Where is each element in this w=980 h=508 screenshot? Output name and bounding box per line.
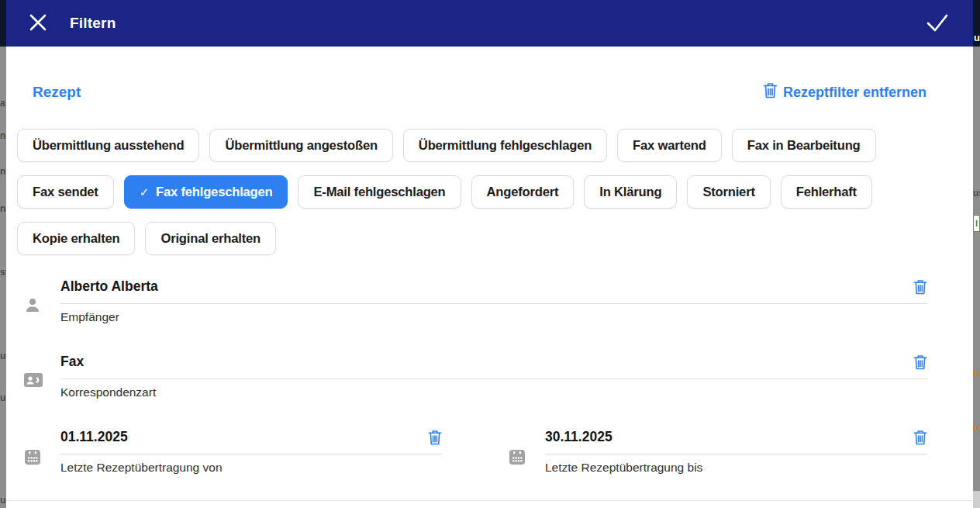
confirm-button[interactable] <box>920 11 953 36</box>
chip-label: Übermittlung ausstehend <box>33 138 184 154</box>
chip-label: Fax sendet <box>33 185 98 200</box>
clear-date-from-button[interactable] <box>428 430 442 445</box>
chip-row: Fax sendet✓Fax fehlgeschlagenE-Mail fehl… <box>17 175 962 209</box>
background-green-badge-fragment: l <box>973 215 980 232</box>
chip-label: Übermittlung fehlgeschlagen <box>419 138 592 154</box>
filter-chip-in-klärung[interactable]: In Klärung <box>584 175 677 209</box>
background-text-fragment: st <box>0 267 6 278</box>
background-right-strip: u usrcrcl <box>973 0 980 508</box>
filter-chip-e-mail-fehlgeschlagen[interactable]: E-Mail fehlgeschlagen <box>298 175 461 209</box>
calendar-icon <box>23 455 42 468</box>
filter-fields: Alberto Alberta Empfänger <box>17 278 927 475</box>
clear-korrespondenzart-button[interactable] <box>913 354 927 370</box>
filter-chip-angefordert[interactable]: Angefordert <box>471 175 575 209</box>
background-text-fragment: a <box>0 98 5 109</box>
person-icon <box>23 303 42 316</box>
trash-icon <box>913 436 927 448</box>
chip-label: Original erhalten <box>160 231 260 247</box>
background-left-header <box>0 0 6 47</box>
date-to-label: Letzte Rezeptübertragung bis <box>545 461 927 475</box>
chip-label: In Klärung <box>599 185 661 200</box>
korrespondenzart-field[interactable]: Fax Korrespondenzart <box>17 354 927 399</box>
empfaenger-field[interactable]: Alberto Alberta Empfänger <box>17 278 927 324</box>
background-text-fragment: u <box>0 392 5 403</box>
date-from-label: Letzte Rezeptübertragung von <box>60 461 442 475</box>
dialog-title: Filtern <box>70 15 116 32</box>
chip-label: E-Mail fehlgeschlagen <box>313 185 445 200</box>
date-to-field[interactable]: 30.11.2025 Letzte Rezeptübertragung bis <box>502 429 927 475</box>
remove-rezeptfilter-label: Rezeptfilter entfernen <box>783 85 927 101</box>
contact-card-icon <box>23 378 43 392</box>
date-from-field[interactable]: 01.11.2025 Letzte Rezeptübertragung von <box>17 429 442 475</box>
chip-label: Storniert <box>702 185 754 200</box>
chip-row: Übermittlung ausstehendÜbermittlung ange… <box>17 129 962 162</box>
background-text-fragment: u <box>974 33 980 43</box>
background-text-fragment: rc <box>973 422 980 433</box>
date-from-value: 01.11.2025 <box>60 429 128 445</box>
bottom-divider <box>6 500 973 501</box>
date-range-row: 01.11.2025 Letzte Rezeptübertragung von <box>17 429 927 475</box>
trash-icon <box>913 285 927 297</box>
chip-label: Übermittlung angestoßen <box>225 138 377 154</box>
filter-chip-übermittlung-angestoßen[interactable]: Übermittlung angestoßen <box>209 129 392 162</box>
filter-chip-original-erhalten[interactable]: Original erhalten <box>145 222 275 255</box>
filter-chip-storniert[interactable]: Storniert <box>687 175 770 209</box>
chip-rows: Übermittlung ausstehendÜbermittlung ange… <box>17 129 962 255</box>
background-text-fragment: n <box>0 166 5 177</box>
background-left-strip: annnstuuus <box>0 0 6 508</box>
filter-chip-übermittlung-ausstehend[interactable]: Übermittlung ausstehend <box>17 129 199 162</box>
rezept-section-header: Rezept Rezeptfilter entfernen <box>33 82 927 102</box>
empfaenger-label: Empfänger <box>60 310 927 324</box>
clear-date-to-button[interactable] <box>913 430 927 445</box>
close-button[interactable] <box>26 11 50 36</box>
korrespondenzart-label: Korrespondenzart <box>60 385 927 399</box>
background-text-fragment: us <box>0 495 6 506</box>
chip-row: Kopie erhaltenOriginal erhalten <box>17 222 962 255</box>
filter-dialog: Filtern Rezept Rezeptfilter entfernen Üb… <box>6 0 973 508</box>
background-text-fragment: us <box>973 188 980 199</box>
empfaenger-value: Alberto Alberta <box>60 278 158 295</box>
clear-empfaenger-button[interactable] <box>913 279 927 295</box>
background-text-fragment: u <box>0 351 5 361</box>
check-icon <box>920 11 953 36</box>
chip-label: Fax wartend <box>633 138 706 154</box>
filter-chip-fax-fehlgeschlagen[interactable]: ✓Fax fehlgeschlagen <box>124 175 288 209</box>
filter-chip-fehlerhaft[interactable]: Fehlerhaft <box>781 175 872 209</box>
korrespondenzart-value: Fax <box>60 354 84 370</box>
background-text-fragment: n <box>0 130 5 141</box>
date-to-value: 30.11.2025 <box>545 429 612 445</box>
background-right-bottom <box>973 491 980 508</box>
filter-chip-kopie-erhalten[interactable]: Kopie erhalten <box>17 222 135 255</box>
close-icon <box>26 11 50 36</box>
trash-icon <box>428 436 442 448</box>
background-right-header: u <box>973 0 980 47</box>
filter-chip-fax-wartend[interactable]: Fax wartend <box>617 129 722 162</box>
dialog-header: Filtern <box>6 0 973 47</box>
filter-chip-fax-sendet[interactable]: Fax sendet <box>17 175 114 209</box>
remove-rezeptfilter-button[interactable]: Rezeptfilter entfernen <box>763 82 927 102</box>
section-label: Rezept <box>33 84 81 101</box>
background-text-fragment: n <box>0 203 5 214</box>
chip-label: Fax fehlgeschlagen <box>156 185 272 200</box>
check-icon: ✓ <box>140 185 149 199</box>
trash-icon <box>763 82 778 102</box>
chip-label: Kopie erhalten <box>33 231 119 247</box>
chip-label: Fax in Bearbeitung <box>747 138 861 154</box>
filter-chip-fax-in-bearbeitung[interactable]: Fax in Bearbeitung <box>732 129 876 162</box>
chip-label: Fehlerhaft <box>796 185 857 200</box>
calendar-icon <box>508 455 526 468</box>
trash-icon <box>913 361 927 372</box>
chip-label: Angefordert <box>487 185 559 200</box>
background-text-fragment: rc <box>973 368 980 378</box>
filter-chip-übermittlung-fehlgeschlagen[interactable]: Übermittlung fehlgeschlagen <box>403 129 607 162</box>
